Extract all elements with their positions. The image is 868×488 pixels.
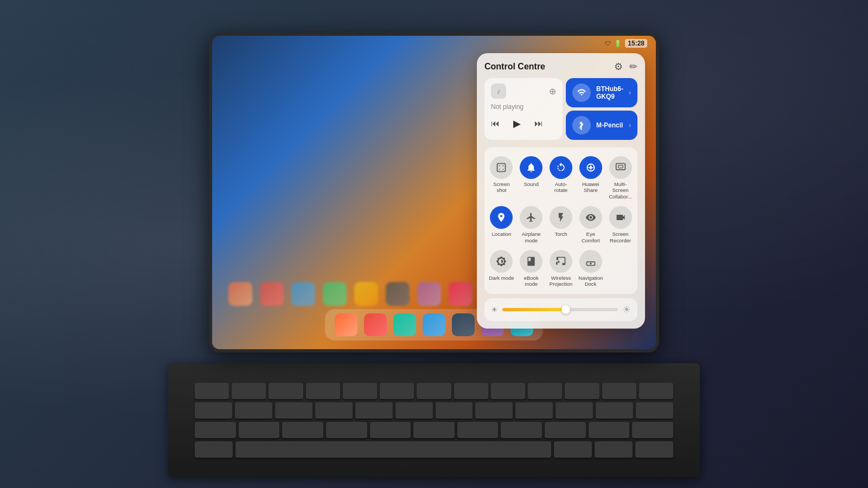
torch-label: Torch: [554, 231, 567, 237]
next-button[interactable]: ⏭: [534, 119, 543, 129]
key[interactable]: [436, 402, 473, 419]
key[interactable]: [565, 383, 599, 399]
key[interactable]: [528, 383, 562, 399]
play-button[interactable]: ▶: [508, 115, 526, 132]
wifi-status-icon: 🛡: [605, 40, 611, 47]
dock-icon[interactable]: [423, 313, 445, 336]
key[interactable]: [632, 422, 673, 438]
control-centre-panel: Control Centre ⚙ ✏ ♪ ⊕ Not: [477, 53, 645, 329]
spacebar-key[interactable]: [235, 441, 551, 458]
key[interactable]: [635, 441, 673, 458]
key[interactable]: [306, 383, 340, 399]
multi-screen-label: Multi-ScreenCollabor...: [608, 181, 633, 200]
key[interactable]: [457, 422, 499, 438]
brightness-thumb[interactable]: [561, 305, 570, 314]
dock-icon[interactable]: [452, 313, 475, 336]
ebook-icon-circle: [520, 250, 542, 273]
key[interactable]: [639, 383, 673, 399]
previous-button[interactable]: ⏮: [491, 119, 500, 129]
key[interactable]: [602, 383, 636, 399]
brightness-track[interactable]: [502, 308, 618, 311]
app-icon[interactable]: [354, 282, 378, 306]
dock-icon[interactable]: [335, 313, 358, 336]
toggle-autorotate[interactable]: Auto-rotate: [547, 153, 575, 203]
eye-comfort-label: Eye Comfort: [578, 231, 603, 243]
location-label: Location: [492, 231, 511, 237]
location-icon: [496, 212, 507, 223]
key[interactable]: [596, 402, 633, 419]
key[interactable]: [355, 402, 393, 419]
app-icon[interactable]: [417, 282, 441, 306]
toggle-wireless-proj[interactable]: WirelessProjection: [547, 247, 575, 291]
app-icon[interactable]: [386, 282, 410, 306]
toggle-nav-dock[interactable]: NavigationDock: [577, 247, 604, 291]
network-cards: BTHub6-GKQ9 › M-Pencil ›: [566, 78, 637, 140]
dock-icon[interactable]: [364, 313, 387, 336]
keyboard-row-4: [195, 441, 673, 458]
key[interactable]: [554, 441, 592, 458]
toggle-dark-mode[interactable]: Dark mode: [488, 247, 515, 291]
eye-comfort-icon: [585, 212, 596, 223]
key[interactable]: [195, 402, 232, 419]
toggle-screenshot[interactable]: Screenshot: [488, 153, 515, 203]
key[interactable]: [195, 383, 229, 399]
toggle-torch[interactable]: Torch: [547, 203, 575, 247]
toggle-ebook[interactable]: eBookmode: [518, 247, 545, 291]
app-icon[interactable]: [323, 282, 347, 306]
svg-rect-0: [497, 164, 506, 172]
screenshot-icon-circle: [490, 156, 513, 179]
wifi-card[interactable]: BTHub6-GKQ9 ›: [566, 78, 637, 107]
key[interactable]: [239, 422, 280, 438]
key[interactable]: [282, 422, 323, 438]
wireless-proj-label: WirelessProjection: [550, 275, 572, 287]
key[interactable]: [315, 402, 353, 419]
key[interactable]: [413, 422, 455, 438]
key[interactable]: [454, 383, 488, 399]
bluetooth-card[interactable]: M-Pencil ›: [566, 111, 637, 140]
toggle-location[interactable]: Location: [488, 203, 515, 247]
key[interactable]: [475, 402, 513, 419]
app-icon[interactable]: [228, 282, 252, 306]
key[interactable]: [232, 383, 266, 399]
key[interactable]: [636, 402, 673, 419]
toggle-sound[interactable]: Sound: [518, 153, 545, 203]
toggle-multi-screen[interactable]: Multi-ScreenCollabor...: [607, 153, 634, 203]
toggle-airplane[interactable]: Airplanemode: [518, 203, 545, 247]
key[interactable]: [595, 441, 633, 458]
key[interactable]: [326, 422, 367, 438]
key[interactable]: [370, 422, 411, 438]
toggle-screen-recorder[interactable]: ScreenRecorder: [607, 203, 634, 247]
key[interactable]: [235, 402, 272, 419]
bluetooth-icon-circle: [572, 116, 591, 134]
airplane-icon: [526, 212, 537, 223]
dock-icon[interactable]: [393, 313, 416, 336]
key[interactable]: [380, 383, 414, 399]
app-icon[interactable]: [260, 282, 284, 306]
key[interactable]: [269, 383, 303, 399]
toggle-huawei-share[interactable]: HuaweiShare: [577, 153, 604, 203]
key[interactable]: [395, 402, 433, 419]
airplane-label: Airplanemode: [522, 231, 541, 243]
key[interactable]: [343, 383, 377, 399]
key[interactable]: [589, 422, 630, 438]
key[interactable]: [556, 402, 593, 419]
app-icon[interactable]: [449, 282, 473, 306]
sound-icon-circle: [520, 156, 542, 179]
key[interactable]: [417, 383, 451, 399]
nav-dock-icon: [585, 256, 596, 267]
screenshot-label: Screenshot: [493, 181, 509, 194]
media-expand-icon[interactable]: ⊕: [549, 86, 556, 97]
settings-icon[interactable]: ⚙: [614, 61, 623, 73]
media-top: ♪ ⊕: [491, 84, 556, 99]
edit-icon[interactable]: ✏: [629, 61, 637, 73]
key[interactable]: [195, 441, 233, 458]
tablet-body: 🛡 🔋 15:28: [209, 33, 659, 352]
key[interactable]: [275, 402, 312, 419]
key[interactable]: [501, 422, 542, 438]
toggle-eye-comfort[interactable]: Eye Comfort: [577, 203, 604, 247]
key[interactable]: [491, 383, 525, 399]
key[interactable]: [545, 422, 586, 438]
key[interactable]: [515, 402, 553, 419]
app-icon[interactable]: [291, 282, 315, 306]
key[interactable]: [195, 422, 236, 438]
